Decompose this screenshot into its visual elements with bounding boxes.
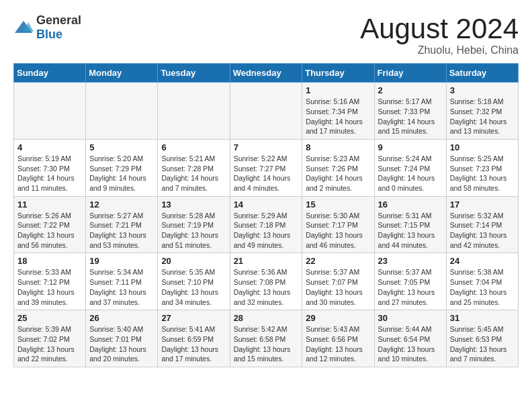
day-number: 1: [306, 85, 370, 95]
day-number: 16: [378, 199, 443, 210]
calendar-cell: 30Sunrise: 5:44 AM Sunset: 6:54 PM Dayli…: [374, 310, 446, 367]
calendar-cell: [86, 83, 158, 140]
day-number: 24: [450, 256, 515, 266]
calendar-cell: 31Sunrise: 5:45 AM Sunset: 6:53 PM Dayli…: [446, 310, 518, 367]
calendar-cell: 14Sunrise: 5:29 AM Sunset: 7:18 PM Dayli…: [230, 196, 302, 253]
day-header-monday: Monday: [86, 64, 158, 83]
day-number: 31: [450, 313, 515, 323]
logo-blue: Blue: [36, 28, 62, 41]
calendar-cell: 24Sunrise: 5:38 AM Sunset: 7:04 PM Dayli…: [446, 253, 518, 310]
day-info: Sunrise: 5:29 AM Sunset: 7:18 PM Dayligh…: [234, 211, 299, 250]
day-info: Sunrise: 5:32 AM Sunset: 7:14 PM Dayligh…: [450, 211, 515, 250]
page-header: General Blue August 2024 Zhuolu, Hebei, …: [13, 13, 519, 56]
day-info: Sunrise: 5:22 AM Sunset: 7:27 PM Dayligh…: [234, 154, 299, 193]
calendar-cell: 16Sunrise: 5:31 AM Sunset: 7:15 PM Dayli…: [374, 196, 446, 253]
day-header-friday: Friday: [374, 64, 446, 83]
calendar-cell: [230, 83, 302, 140]
day-info: Sunrise: 5:42 AM Sunset: 6:58 PM Dayligh…: [234, 324, 299, 364]
calendar-cell: 4Sunrise: 5:19 AM Sunset: 7:30 PM Daylig…: [14, 139, 86, 196]
calendar-cell: 12Sunrise: 5:27 AM Sunset: 7:21 PM Dayli…: [86, 196, 158, 253]
day-number: 5: [89, 142, 154, 152]
logo-text: General Blue: [36, 13, 81, 42]
day-info: Sunrise: 5:30 AM Sunset: 7:17 PM Dayligh…: [306, 211, 370, 250]
day-info: Sunrise: 5:16 AM Sunset: 7:34 PM Dayligh…: [306, 97, 370, 136]
logo: General Blue: [13, 13, 81, 42]
calendar-cell: 19Sunrise: 5:34 AM Sunset: 7:11 PM Dayli…: [86, 253, 158, 310]
day-number: 11: [17, 199, 82, 210]
day-info: Sunrise: 5:21 AM Sunset: 7:28 PM Dayligh…: [161, 154, 226, 193]
day-info: Sunrise: 5:24 AM Sunset: 7:24 PM Dayligh…: [378, 154, 443, 193]
calendar-cell: 21Sunrise: 5:36 AM Sunset: 7:08 PM Dayli…: [230, 253, 302, 310]
day-info: Sunrise: 5:40 AM Sunset: 7:01 PM Dayligh…: [89, 324, 154, 364]
day-info: Sunrise: 5:25 AM Sunset: 7:23 PM Dayligh…: [450, 154, 515, 193]
day-number: 6: [161, 142, 226, 152]
day-header-tuesday: Tuesday: [158, 64, 230, 83]
calendar-cell: 23Sunrise: 5:37 AM Sunset: 7:05 PM Dayli…: [374, 253, 446, 310]
calendar-cell: 25Sunrise: 5:39 AM Sunset: 7:02 PM Dayli…: [14, 310, 86, 367]
calendar-cell: 10Sunrise: 5:25 AM Sunset: 7:23 PM Dayli…: [446, 139, 518, 196]
day-info: Sunrise: 5:44 AM Sunset: 6:54 PM Dayligh…: [378, 324, 443, 364]
day-info: Sunrise: 5:26 AM Sunset: 7:22 PM Dayligh…: [17, 211, 82, 250]
calendar-week-row: 25Sunrise: 5:39 AM Sunset: 7:02 PM Dayli…: [14, 310, 519, 367]
day-info: Sunrise: 5:37 AM Sunset: 7:07 PM Dayligh…: [306, 267, 370, 307]
day-number: 26: [89, 313, 154, 323]
calendar-cell: 2Sunrise: 5:17 AM Sunset: 7:33 PM Daylig…: [374, 83, 446, 140]
day-info: Sunrise: 5:31 AM Sunset: 7:15 PM Dayligh…: [378, 211, 443, 250]
day-number: 20: [161, 256, 226, 266]
day-number: 23: [378, 256, 443, 266]
day-info: Sunrise: 5:39 AM Sunset: 7:02 PM Dayligh…: [17, 324, 82, 364]
day-number: 7: [234, 142, 299, 152]
calendar-cell: 11Sunrise: 5:26 AM Sunset: 7:22 PM Dayli…: [14, 196, 86, 253]
calendar-cell: [158, 83, 230, 140]
day-header-wednesday: Wednesday: [230, 64, 302, 83]
location-subtitle: Zhuolu, Hebei, China: [360, 44, 519, 56]
month-year-title: August 2024: [360, 13, 519, 44]
day-number: 27: [161, 313, 226, 323]
calendar-cell: 15Sunrise: 5:30 AM Sunset: 7:17 PM Dayli…: [302, 196, 374, 253]
calendar-cell: 29Sunrise: 5:43 AM Sunset: 6:56 PM Dayli…: [302, 310, 374, 367]
day-number: 4: [17, 142, 82, 152]
day-info: Sunrise: 5:18 AM Sunset: 7:32 PM Dayligh…: [450, 97, 515, 136]
calendar-cell: 8Sunrise: 5:23 AM Sunset: 7:26 PM Daylig…: [302, 139, 374, 196]
calendar-week-row: 4Sunrise: 5:19 AM Sunset: 7:30 PM Daylig…: [14, 139, 519, 196]
day-number: 17: [450, 199, 515, 210]
day-info: Sunrise: 5:43 AM Sunset: 6:56 PM Dayligh…: [306, 324, 370, 364]
calendar-cell: 1Sunrise: 5:16 AM Sunset: 7:34 PM Daylig…: [302, 83, 374, 140]
calendar-cell: 20Sunrise: 5:35 AM Sunset: 7:10 PM Dayli…: [158, 253, 230, 310]
calendar-cell: 22Sunrise: 5:37 AM Sunset: 7:07 PM Dayli…: [302, 253, 374, 310]
day-info: Sunrise: 5:23 AM Sunset: 7:26 PM Dayligh…: [306, 154, 370, 193]
day-number: 28: [234, 313, 299, 323]
day-info: Sunrise: 5:36 AM Sunset: 7:08 PM Dayligh…: [234, 267, 299, 307]
day-info: Sunrise: 5:35 AM Sunset: 7:10 PM Dayligh…: [161, 267, 226, 307]
day-info: Sunrise: 5:33 AM Sunset: 7:12 PM Dayligh…: [17, 267, 82, 307]
day-number: 30: [378, 313, 443, 323]
day-number: 25: [17, 313, 82, 323]
day-number: 21: [234, 256, 299, 266]
day-number: 14: [234, 199, 299, 210]
calendar-cell: 26Sunrise: 5:40 AM Sunset: 7:01 PM Dayli…: [86, 310, 158, 367]
day-info: Sunrise: 5:19 AM Sunset: 7:30 PM Dayligh…: [17, 154, 82, 193]
calendar-week-row: 1Sunrise: 5:16 AM Sunset: 7:34 PM Daylig…: [14, 83, 519, 140]
day-info: Sunrise: 5:34 AM Sunset: 7:11 PM Dayligh…: [89, 267, 154, 307]
calendar-cell: 13Sunrise: 5:28 AM Sunset: 7:19 PM Dayli…: [158, 196, 230, 253]
calendar-cell: 27Sunrise: 5:41 AM Sunset: 6:59 PM Dayli…: [158, 310, 230, 367]
calendar-cell: 3Sunrise: 5:18 AM Sunset: 7:32 PM Daylig…: [446, 83, 518, 140]
day-info: Sunrise: 5:20 AM Sunset: 7:29 PM Dayligh…: [89, 154, 154, 193]
day-info: Sunrise: 5:45 AM Sunset: 6:53 PM Dayligh…: [450, 324, 515, 364]
calendar-table: SundayMondayTuesdayWednesdayThursdayFrid…: [13, 63, 519, 367]
calendar-cell: 28Sunrise: 5:42 AM Sunset: 6:58 PM Dayli…: [230, 310, 302, 367]
day-number: 8: [306, 142, 370, 152]
calendar-cell: [14, 83, 86, 140]
day-number: 3: [450, 85, 515, 95]
day-info: Sunrise: 5:17 AM Sunset: 7:33 PM Dayligh…: [378, 97, 443, 136]
day-number: 9: [378, 142, 443, 152]
day-number: 29: [306, 313, 370, 323]
logo-general: General: [36, 13, 81, 27]
day-number: 10: [450, 142, 515, 152]
day-number: 13: [161, 199, 226, 210]
calendar-cell: 18Sunrise: 5:33 AM Sunset: 7:12 PM Dayli…: [14, 253, 86, 310]
day-number: 22: [306, 256, 370, 266]
calendar-week-row: 11Sunrise: 5:26 AM Sunset: 7:22 PM Dayli…: [14, 196, 519, 253]
day-number: 15: [306, 199, 370, 210]
calendar-cell: 9Sunrise: 5:24 AM Sunset: 7:24 PM Daylig…: [374, 139, 446, 196]
